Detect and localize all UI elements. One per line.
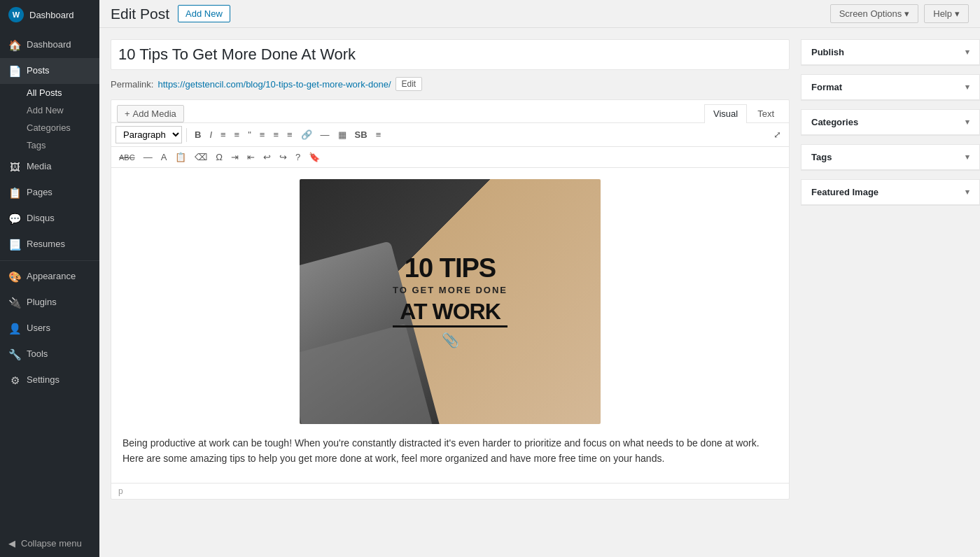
clear-format-button[interactable]: ⌫ — [191, 150, 211, 164]
permalink-url-link[interactable]: https://getstencil.com/blog/10-tips-to-g… — [158, 79, 391, 90]
plugins-label: Plugins — [27, 296, 57, 309]
sidebar-item-plugins[interactable]: 🔌 Plugins — [0, 290, 99, 316]
editor-status-bar: p — [111, 483, 789, 499]
link-button[interactable]: 🔗 — [298, 127, 316, 142]
categories-meta-box-header[interactable]: Categories ▾ — [802, 110, 979, 135]
main-area: Edit Post Add New Screen Options ▾ Help … — [99, 0, 980, 557]
resumes-icon: 📃 — [8, 237, 21, 252]
align-justify-button[interactable]: ≡ — [372, 127, 385, 142]
align-right-button[interactable]: ≡ — [284, 127, 296, 142]
indent-button[interactable]: ⇥ — [227, 150, 242, 164]
sidebar-subitem-categories[interactable]: Categories — [0, 119, 99, 136]
tags-meta-box: Tags ▾ — [801, 144, 980, 171]
horizontal-rule-button[interactable]: — — [140, 150, 156, 164]
right-sidebar: Publish ▾ Format ▾ Categories ▾ Tags — [801, 28, 980, 557]
collapse-arrow-icon: ◀ — [8, 538, 15, 549]
tags-meta-box-header[interactable]: Tags ▾ — [802, 145, 979, 170]
sidebar-item-pages[interactable]: 📋 Pages — [0, 180, 99, 206]
categories-meta-box: Categories ▾ — [801, 109, 980, 136]
tags-label: Tags — [811, 152, 832, 162]
blockquote-button[interactable]: " — [244, 127, 255, 142]
tab-visual[interactable]: Visual — [704, 104, 747, 123]
italic-button[interactable]: I — [206, 127, 216, 142]
post-featured-image: 10 TIPS TO GET MORE DONE AT WORK 📎 — [300, 179, 601, 424]
screen-options-chevron-icon: ▾ — [904, 8, 909, 19]
editor-tag-indicator: p — [118, 486, 123, 496]
post-title-input[interactable] — [111, 39, 790, 70]
strikethrough-button[interactable]: ABC — [115, 151, 139, 164]
format-chevron-icon: ▾ — [965, 83, 969, 92]
featured-image-chevron-icon: ▾ — [965, 188, 969, 197]
tab-text[interactable]: Text — [748, 104, 783, 122]
sidebar-item-settings[interactable]: ⚙ Settings — [0, 367, 99, 393]
collapse-menu-label: Collapse menu — [21, 538, 82, 549]
editor-content[interactable]: 10 TIPS TO GET MORE DONE AT WORK 📎 Being… — [111, 168, 789, 483]
disqus-label: Disqus — [27, 212, 55, 225]
sidebar-item-tools[interactable]: 🔧 Tools — [0, 341, 99, 367]
site-logo[interactable]: W Dashboard — [0, 0, 99, 29]
appearance-label: Appearance — [27, 270, 76, 283]
bookmark-button[interactable]: 🔖 — [305, 150, 323, 164]
sidebar-item-users[interactable]: 👤 Users — [0, 316, 99, 341]
format-meta-box-header[interactable]: Format ▾ — [802, 75, 979, 100]
sidebar-item-media[interactable]: 🖼 Media — [0, 154, 99, 180]
align-center-button[interactable]: ≡ — [270, 127, 282, 142]
help-button[interactable]: Help ▾ — [924, 4, 969, 23]
posts-icon: 📄 — [8, 64, 21, 78]
sidebar-item-dashboard[interactable]: 🏠 Dashboard — [0, 32, 99, 58]
pages-icon: 📋 — [8, 185, 21, 200]
fullscreen-button[interactable]: ⤢ — [770, 127, 785, 142]
site-name-label: Dashboard — [29, 10, 74, 20]
screen-options-button[interactable]: Screen Options ▾ — [830, 4, 919, 23]
sidebar-item-appearance[interactable]: 🎨 Appearance — [0, 264, 99, 290]
undo-button[interactable]: ↩ — [260, 150, 274, 164]
sidebar-subitem-tags[interactable]: Tags — [0, 136, 99, 154]
featured-image-meta-box-header[interactable]: Featured Image ▾ — [802, 180, 979, 205]
featured-image-meta-box: Featured Image ▾ — [801, 179, 980, 206]
sidebar-subitem-all-posts[interactable]: All Posts — [0, 84, 99, 101]
toolbar-sep-1 — [186, 128, 187, 142]
dashboard-icon: 🏠 — [8, 38, 21, 52]
bold-button[interactable]: B — [191, 127, 204, 142]
sidebar-item-resumes[interactable]: 📃 Resumes — [0, 232, 99, 258]
editor-body-paragraph: Being productive at work can be tough! W… — [122, 435, 778, 467]
table-button[interactable]: ▦ — [335, 127, 350, 142]
settings-label: Settings — [27, 374, 59, 386]
ordered-list-button[interactable]: ≡ — [231, 127, 244, 142]
toolbar-row-2: ABC — A 📋 ⌫ Ω ⇥ ⇤ ↩ ↪ ? 🔖 — [111, 147, 789, 168]
outdent-button[interactable]: ⇤ — [244, 150, 258, 164]
image-title-work: AT WORK — [393, 300, 507, 327]
add-media-button[interactable]: + Add Media — [117, 105, 184, 122]
format-meta-box: Format ▾ — [801, 74, 980, 101]
help-toolbar-button[interactable]: ? — [292, 150, 304, 164]
sidebar-subitem-add-new[interactable]: Add New — [0, 101, 99, 119]
tools-icon: 🔧 — [8, 347, 21, 362]
sb-button[interactable]: SB — [351, 127, 371, 142]
editor-tab-row: + Add Media Visual Text — [111, 100, 789, 123]
clip-icon: 📎 — [393, 332, 507, 348]
special-chars-button[interactable]: Ω — [212, 150, 226, 164]
permalink-edit-button[interactable]: Edit — [396, 77, 423, 91]
paste-plain-button[interactable]: 📋 — [172, 150, 190, 164]
users-icon: 👤 — [8, 321, 21, 336]
categories-chevron-icon: ▾ — [965, 118, 969, 127]
insert-more-button[interactable]: — — [317, 127, 333, 142]
align-left-button[interactable]: ≡ — [256, 127, 269, 142]
paragraph-format-select[interactable]: Paragraph — [115, 126, 182, 143]
add-new-button[interactable]: Add New — [178, 5, 230, 22]
screen-options-label: Screen Options — [839, 8, 902, 19]
sidebar-item-disqus[interactable]: 💬 Disqus — [0, 206, 99, 232]
permalink-label: Permalink: — [111, 79, 153, 90]
publish-meta-box-header[interactable]: Publish ▾ — [802, 40, 979, 65]
tags-chevron-icon: ▾ — [965, 153, 969, 162]
sidebar-item-posts[interactable]: 📄 Posts — [0, 58, 99, 84]
redo-button[interactable]: ↪ — [276, 150, 290, 164]
appearance-icon: 🎨 — [8, 269, 21, 284]
users-label: Users — [27, 322, 50, 334]
text-color-button[interactable]: A — [158, 150, 171, 164]
collapse-menu-button[interactable]: ◀ Collapse menu — [0, 530, 99, 557]
add-media-label: Add Media — [133, 108, 176, 119]
image-overlay-text: 10 TIPS TO GET MORE DONE AT WORK 📎 — [393, 255, 507, 348]
unordered-list-button[interactable]: ≡ — [217, 127, 230, 142]
plugins-icon: 🔌 — [8, 295, 21, 310]
